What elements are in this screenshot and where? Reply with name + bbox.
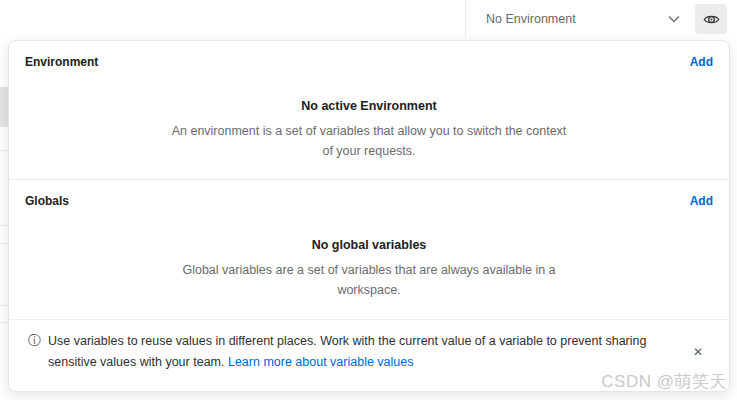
environment-empty-description: An environment is a set of variables tha… xyxy=(169,121,569,161)
eye-icon xyxy=(703,11,720,28)
environment-selector-value: No Environment xyxy=(486,12,668,26)
environment-section-title: Environment xyxy=(25,55,98,69)
environment-selector-dropdown[interactable]: No Environment xyxy=(466,0,692,38)
globals-section-title: Globals xyxy=(25,194,69,208)
environment-section: Environment Add No active Environment An… xyxy=(9,41,729,179)
globals-section: Globals Add No global variables Global v… xyxy=(9,179,729,319)
close-icon[interactable]: ✕ xyxy=(693,345,703,359)
globals-empty-description: Global variables are a set of variables … xyxy=(169,260,569,300)
learn-more-link[interactable]: Learn more about variable values xyxy=(228,355,414,369)
globals-add-button[interactable]: Add xyxy=(690,194,713,208)
info-icon: ⓘ xyxy=(28,331,41,373)
environment-quick-look-panel: Environment Add No active Environment An… xyxy=(8,40,730,392)
environment-empty-title: No active Environment xyxy=(25,99,713,113)
environment-add-button[interactable]: Add xyxy=(690,55,713,69)
variables-info-banner: ⓘ Use variables to reuse values in diffe… xyxy=(9,319,729,391)
underlying-page-edge xyxy=(0,38,8,400)
underlying-selected-item xyxy=(0,87,8,127)
chevron-down-icon xyxy=(668,15,680,23)
environment-topbar: No Environment xyxy=(0,0,737,38)
globals-empty-title: No global variables xyxy=(25,238,713,252)
variables-info-text: Use variables to reuse values in differe… xyxy=(48,331,669,373)
environment-quick-look-button[interactable] xyxy=(695,4,727,34)
